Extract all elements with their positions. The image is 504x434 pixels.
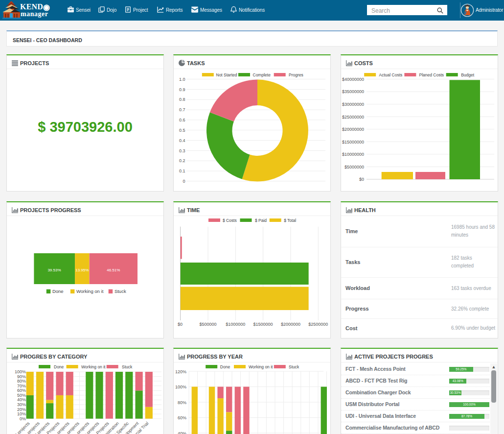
svg-text:0.1: 0.1 [179, 169, 185, 173]
svg-text:Stuck: Stuck [115, 289, 126, 294]
svg-text:0.6: 0.6 [179, 118, 185, 122]
svg-text:$1500000: $1500000 [253, 322, 273, 327]
svg-text:Complete: Complete [253, 72, 271, 77]
svg-text:40%: 40% [178, 431, 186, 434]
svg-text:Stuck: Stuck [289, 364, 299, 369]
svg-text:0.4: 0.4 [179, 138, 185, 143]
svg-text:60%: 60% [17, 388, 26, 393]
svg-text:80%: 80% [178, 400, 186, 405]
svg-text:30%: 30% [17, 402, 26, 407]
svg-text:Not Started: Not Started [216, 72, 237, 77]
svg-text:$ Paid: $ Paid [255, 218, 267, 223]
svg-text:$5000000: $5000000 [344, 165, 364, 169]
svg-text:$0: $0 [359, 177, 364, 182]
svg-text:100%: 100% [15, 369, 26, 374]
svg-text:$500000: $500000 [199, 322, 216, 327]
svg-text:0.3: 0.3 [179, 148, 185, 153]
svg-text:Working on it: Working on it [81, 364, 106, 369]
svg-text:Budget: Budget [461, 72, 475, 77]
svg-text:20%: 20% [17, 407, 26, 412]
svg-text:$2500000: $2500000 [308, 322, 328, 327]
svg-text:Planed Costs: Planed Costs [419, 72, 444, 77]
svg-text:0.9: 0.9 [179, 87, 185, 92]
svg-text:120%: 120% [175, 369, 186, 374]
svg-text:10%: 10% [17, 411, 26, 416]
svg-text:70%: 70% [17, 384, 26, 388]
svg-text:$0: $0 [178, 322, 183, 327]
svg-text:60%: 60% [178, 415, 186, 420]
svg-text:100%: 100% [175, 385, 186, 389]
svg-text:$40000000: $40000000 [342, 77, 364, 82]
svg-text:Working on it: Working on it [249, 364, 273, 369]
svg-text:40%: 40% [17, 397, 26, 402]
svg-text:$ Total: $ Total [284, 218, 296, 223]
svg-text:80%: 80% [17, 379, 26, 384]
svg-text:Actual Costs: Actual Costs [379, 72, 403, 77]
svg-text:39.53%: 39.53% [47, 268, 61, 272]
svg-text:46.51%: 46.51% [107, 268, 120, 272]
svg-text:13.95%: 13.95% [75, 268, 89, 272]
svg-text:$30000000: $30000000 [342, 102, 364, 107]
svg-text:Done: Done [54, 364, 64, 369]
svg-text:$2000000: $2000000 [281, 322, 300, 327]
svg-text:0.8: 0.8 [179, 97, 185, 102]
svg-text:Done: Done [52, 289, 64, 294]
svg-text:Done: Done [220, 364, 230, 369]
svg-text:Working on it: Working on it [76, 289, 104, 294]
svg-text:$15000000: $15000000 [342, 140, 364, 145]
svg-text:Stuck: Stuck [122, 364, 133, 369]
svg-text:0: 0 [183, 179, 185, 184]
svg-text:90%: 90% [17, 374, 26, 379]
svg-text:0%: 0% [20, 416, 26, 421]
svg-text:1.0: 1.0 [179, 77, 185, 82]
svg-text:0.2: 0.2 [179, 158, 185, 163]
svg-text:$ Costs: $ Costs [223, 218, 237, 223]
svg-text:0.5: 0.5 [179, 128, 185, 133]
svg-text:$25000000: $25000000 [342, 115, 364, 120]
svg-text:0.7: 0.7 [179, 107, 185, 112]
svg-text:$20000000: $20000000 [342, 127, 364, 132]
svg-text:Progres: Progres [289, 72, 303, 77]
svg-text:$35000000: $35000000 [342, 89, 364, 94]
svg-text:$1000000: $1000000 [226, 322, 245, 327]
svg-text:50%: 50% [17, 393, 26, 398]
svg-text:$10000000: $10000000 [342, 152, 364, 157]
